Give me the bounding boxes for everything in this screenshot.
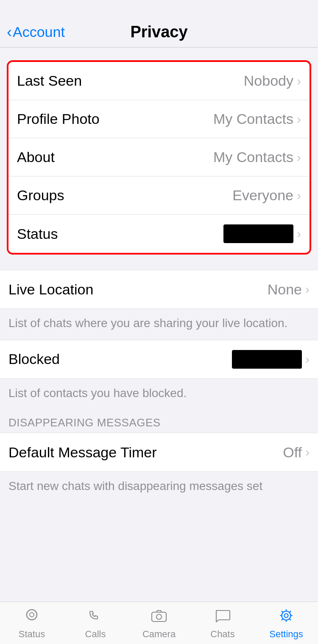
status-right: › xyxy=(223,224,301,243)
tab-bar: Status Calls Camera Chats xyxy=(0,602,318,644)
status-redacted-value xyxy=(223,224,293,243)
tab-chats[interactable]: Chats xyxy=(191,607,254,640)
default-message-timer-chevron-icon: › xyxy=(305,445,310,459)
back-label: Account xyxy=(13,24,65,40)
chats-tab-icon xyxy=(213,607,232,627)
status-tab-icon xyxy=(22,607,42,627)
groups-chevron-icon: › xyxy=(297,188,301,203)
back-chevron-icon: ‹ xyxy=(7,25,12,40)
status-chevron-icon: › xyxy=(297,227,301,241)
blocked-section: Blocked › xyxy=(0,340,318,379)
disappearing-messages-description: Start new chats with disappearing messag… xyxy=(0,472,318,503)
svg-point-0 xyxy=(27,610,37,620)
live-location-value: None xyxy=(268,281,302,298)
svg-point-3 xyxy=(156,614,162,619)
svg-point-1 xyxy=(30,613,34,617)
about-item[interactable]: About My Contacts › xyxy=(8,138,310,176)
groups-item[interactable]: Groups Everyone › xyxy=(8,176,310,215)
status-item[interactable]: Status › xyxy=(8,215,310,253)
last-seen-item[interactable]: Last Seen Nobody › xyxy=(8,62,310,100)
live-location-right: None › xyxy=(268,281,310,298)
svg-point-4 xyxy=(285,614,288,618)
back-button[interactable]: ‹ Account xyxy=(7,24,65,40)
profile-photo-label: Profile Photo xyxy=(17,111,100,127)
tab-settings[interactable]: Settings xyxy=(254,607,318,640)
blocked-redacted-value xyxy=(232,350,302,369)
svg-rect-2 xyxy=(152,612,166,622)
profile-photo-value: My Contacts xyxy=(213,111,293,127)
tab-calls[interactable]: Calls xyxy=(64,607,127,640)
tab-camera[interactable]: Camera xyxy=(127,607,191,640)
page-title: Privacy xyxy=(130,23,187,41)
privacy-items-group: Last Seen Nobody › Profile Photo My Cont… xyxy=(8,62,310,253)
calls-tab-icon xyxy=(86,607,105,627)
profile-photo-item[interactable]: Profile Photo My Contacts › xyxy=(8,100,310,138)
about-label: About xyxy=(17,149,55,165)
last-seen-chevron-icon: › xyxy=(297,74,301,88)
groups-value: Everyone xyxy=(232,187,293,204)
blocked-label: Blocked xyxy=(8,351,60,367)
live-location-label: Live Location xyxy=(8,281,93,298)
about-right: My Contacts › xyxy=(213,149,301,165)
disappearing-messages-header: DISAPPEARING MESSAGES xyxy=(0,409,318,433)
live-location-chevron-icon: › xyxy=(305,282,310,297)
privacy-section: Last Seen Nobody › Profile Photo My Cont… xyxy=(7,60,311,255)
default-message-timer-value: Off xyxy=(283,444,302,461)
blocked-right: › xyxy=(232,350,310,369)
settings-tab-icon xyxy=(276,607,296,627)
groups-right: Everyone › xyxy=(232,187,301,204)
last-seen-label: Last Seen xyxy=(17,73,82,89)
live-location-item[interactable]: Live Location None › xyxy=(0,270,318,308)
tab-chats-label: Chats xyxy=(210,629,234,640)
blocked-chevron-icon: › xyxy=(305,352,310,367)
profile-photo-chevron-icon: › xyxy=(297,112,301,126)
groups-label: Groups xyxy=(17,187,64,204)
default-message-timer-label: Default Message Timer xyxy=(8,444,157,461)
default-message-timer-right: Off › xyxy=(283,444,310,461)
blocked-item[interactable]: Blocked › xyxy=(0,340,318,378)
last-seen-right: Nobody › xyxy=(244,73,301,89)
disappearing-messages-section: Default Message Timer Off › xyxy=(0,433,318,472)
about-value: My Contacts xyxy=(213,149,293,165)
tab-status[interactable]: Status xyxy=(0,607,64,640)
blocked-description: List of contacts you have blocked. xyxy=(0,379,318,410)
profile-photo-right: My Contacts › xyxy=(213,111,301,127)
tab-status-label: Status xyxy=(19,629,45,640)
about-chevron-icon: › xyxy=(297,150,301,165)
svg-point-5 xyxy=(282,611,291,620)
tab-calls-label: Calls xyxy=(85,629,106,640)
tab-settings-label: Settings xyxy=(269,629,303,640)
camera-tab-icon xyxy=(149,607,169,627)
spacer-1 xyxy=(0,255,318,270)
tab-camera-label: Camera xyxy=(142,629,176,640)
live-location-description: List of chats where you are sharing your… xyxy=(0,309,318,340)
last-seen-value: Nobody xyxy=(244,73,293,89)
header: ‹ Account Privacy xyxy=(0,0,318,48)
live-location-section: Live Location None › xyxy=(0,270,318,309)
status-label: Status xyxy=(17,226,58,242)
default-message-timer-item[interactable]: Default Message Timer Off › xyxy=(0,433,318,471)
